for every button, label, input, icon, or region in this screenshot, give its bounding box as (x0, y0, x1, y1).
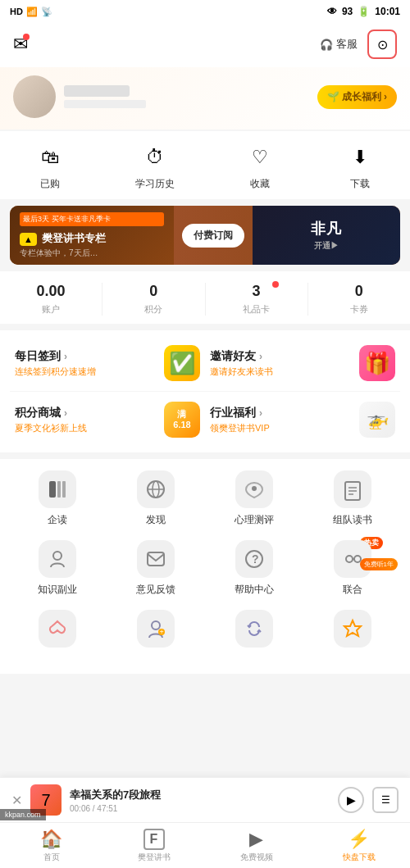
watermark-text: kkpan.com (5, 811, 41, 819)
wifi-icon: 📡 (41, 7, 52, 17)
player-time: 00:06 / 47:51 (70, 804, 330, 813)
promo-banner: 最后3天 买年卡送非凡季卡 ▲ 樊登讲书专栏 专栏体验中，7天后… 付费订阅 非… (10, 206, 400, 265)
zhishi-icon (39, 540, 76, 578)
header-left: ✉ (13, 34, 28, 55)
quick-item-favorites[interactable]: ♡ 收藏 (245, 143, 275, 191)
nav-kuaipan[interactable]: ⚡ 快盘下载 (308, 823, 410, 868)
action-text-checkin: 每日签到 › 连续签到积分速速增 (15, 349, 154, 378)
status-right: 👁 93 🔋 10:01 (327, 6, 400, 17)
stats-row: 0.00 账户 0 积分 3 礼品卡 0 卡券 (0, 271, 410, 324)
nav-fandeng[interactable]: F 樊登讲书 (102, 823, 205, 868)
feature-row-3: + (8, 610, 402, 652)
feature-bangzhu[interactable]: ? 帮助中心 (217, 540, 291, 597)
mall-arrow: › (64, 407, 67, 419)
feature-item12[interactable] (316, 610, 390, 652)
points-value: 0 (149, 283, 157, 300)
invite-icon-box: 🎁 (359, 345, 395, 381)
settings-icon: ⊙ (377, 37, 388, 52)
history-icon: ⏱ (140, 143, 170, 172)
promo-sub: 专栏体验中，7天后… (20, 248, 164, 259)
fandeng-label: 樊登讲书 (138, 852, 171, 863)
promo-btn-label: 付费订阅 (194, 229, 233, 241)
mall-sub: 夏季文化衫新上线 (15, 422, 154, 434)
stat-giftcard[interactable]: 3 礼品卡 (206, 283, 308, 316)
invite-label: 邀请好友 (210, 349, 256, 364)
promo-left: 最后3天 买年卡送非凡季卡 ▲ 樊登讲书专栏 专栏体验中，7天后… (10, 206, 174, 265)
welfare-label: 行业福利 (210, 406, 256, 420)
giftcard-label: 礼品卡 (243, 303, 270, 316)
feature-yijian[interactable]: 意见反馈 (119, 540, 193, 597)
item12-icon (334, 610, 371, 648)
clock: 10:01 (375, 6, 400, 17)
growth-label: 成长福利 › (342, 90, 387, 104)
quick-item-yigou[interactable]: 🛍 已购 (35, 143, 65, 191)
feature-lianhe[interactable]: 热卖 联合 免费听1年 (316, 540, 390, 597)
quick-item-download[interactable]: ⬇ 下载 (345, 143, 375, 191)
svg-text:?: ? (252, 552, 259, 566)
battery-value: 93 (342, 6, 353, 17)
player-play-button[interactable]: ▶ (338, 787, 364, 813)
promo-right-label: 非凡 (311, 219, 342, 239)
svg-rect-1 (57, 481, 61, 498)
settings-button[interactable]: ⊙ (367, 30, 397, 59)
checkin-sub: 连续签到积分速速增 (15, 366, 154, 378)
bottom-nav: 🏠 首页 F 樊登讲书 ▶ 免费视频 ⚡ 快盘下载 (0, 822, 410, 868)
action-text-mall: 积分商城 › 夏季文化衫新上线 (15, 406, 154, 434)
history-label: 学习历史 (135, 177, 175, 191)
player-list-button[interactable]: ☰ (372, 787, 399, 813)
feature-zudu[interactable]: 组队读书 (316, 470, 390, 527)
feature-zhishi[interactable]: 知识副业 (20, 540, 94, 597)
kefu-button[interactable]: 🎧 客服 (320, 37, 358, 52)
home-icon: 🏠 (40, 829, 62, 850)
feature-row-1: 企读 发现 心理测评 组队读书 (8, 470, 402, 527)
stat-points[interactable]: 0 积分 (102, 283, 205, 316)
message-icon[interactable]: ✉ (13, 34, 28, 55)
zudu-icon (334, 470, 371, 508)
gift-icon: 🎁 (364, 351, 390, 376)
mall-label: 积分商城 (15, 406, 61, 420)
stat-account[interactable]: 0.00 账户 (0, 283, 102, 316)
welfare-sub: 领樊登讲书VIP (210, 422, 349, 434)
network-icon: HD (10, 7, 23, 16)
header: ✉ 🎧 客服 ⊙ (0, 23, 410, 67)
mall-icon: 满6.18 (173, 409, 190, 430)
points-mall-card[interactable]: 积分商城 › 夏季文化衫新上线 满6.18 (10, 398, 205, 441)
nav-home[interactable]: 🏠 首页 (0, 823, 102, 868)
welfare-arrow: › (259, 407, 262, 419)
player-title: 幸福关系的7段旅程 (70, 788, 330, 802)
player-close-button[interactable]: ✕ (11, 793, 22, 808)
feature-xinli[interactable]: 心理测评 (217, 470, 291, 527)
invite-friend-card[interactable]: 邀请好友 › 邀请好友来读书 🎁 (205, 342, 400, 384)
qidu-label: 企读 (48, 513, 67, 527)
svg-rect-12 (148, 552, 164, 566)
lianhe-label: 联合 (343, 583, 362, 597)
feature-item9[interactable] (20, 610, 94, 652)
play-icon: ▶ (347, 793, 356, 807)
promo-subscribe-button[interactable]: 付费订阅 (182, 224, 244, 248)
favorites-label: 收藏 (250, 177, 270, 191)
quick-item-history[interactable]: ⏱ 学习历史 (135, 143, 175, 191)
action-text-welfare: 行业福利 › 领樊登讲书VIP (210, 406, 349, 434)
svg-point-18 (152, 621, 160, 629)
item10-icon: + (137, 610, 175, 648)
nav-video[interactable]: ▶ 免费视频 (205, 823, 308, 868)
account-label: 账户 (42, 303, 60, 316)
stat-coupon[interactable]: 0 卡券 (308, 283, 410, 316)
feature-qidu[interactable]: 企读 (20, 470, 94, 527)
signal-icon: 📶 (26, 7, 38, 17)
promo-right[interactable]: 非凡 开通▶ (253, 206, 400, 265)
industry-welfare-card[interactable]: 行业福利 › 领樊登讲书VIP 🚁 (205, 398, 400, 441)
svg-rect-0 (49, 481, 56, 498)
yigou-label: 已购 (40, 177, 60, 191)
yigou-icon: 🛍 (35, 143, 65, 172)
mall-title: 积分商城 › (15, 406, 154, 420)
mall-icon-box: 满6.18 (164, 402, 200, 438)
invite-arrow: › (259, 351, 262, 362)
feature-item10[interactable]: + (119, 610, 193, 652)
feature-faxian[interactable]: 发现 (119, 470, 193, 527)
feature-item11[interactable] (217, 610, 291, 652)
promo-title: ▲ 樊登讲书专栏 (20, 231, 164, 248)
promo-title-text: 樊登讲书专栏 (42, 231, 106, 246)
growth-button[interactable]: 🌱 成长福利 › (317, 85, 397, 109)
daily-checkin-card[interactable]: 每日签到 › 连续签到积分速速增 ✅ (10, 342, 205, 384)
